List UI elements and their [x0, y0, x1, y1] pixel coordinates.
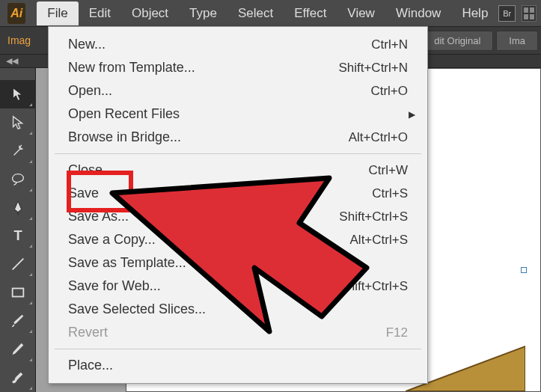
pencil-tool[interactable]	[0, 335, 36, 364]
menu-item-shortcut: Shift+Ctrl+S	[339, 209, 408, 224]
svg-rect-2	[13, 289, 24, 297]
svg-line-1	[13, 259, 24, 270]
blob-brush-tool[interactable]	[0, 364, 36, 392]
paintbrush-tool-icon	[10, 313, 26, 329]
menu-item-save-as-template[interactable]: Save as Template...	[49, 251, 427, 275]
lasso-tool-icon	[10, 171, 26, 188]
tools-panel: T	[0, 68, 36, 392]
menu-item-shortcut: Ctrl+W	[369, 163, 408, 178]
selection-handle[interactable]	[521, 267, 527, 273]
line-tool[interactable]	[0, 250, 36, 278]
menu-effect[interactable]: Effect	[284, 1, 337, 25]
pen-tool[interactable]	[0, 194, 36, 222]
menu-item-label: Browse in Bridge...	[68, 129, 349, 145]
menu-item-label: Revert	[68, 325, 386, 340]
selection-tool[interactable]	[0, 80, 36, 108]
menu-item-close[interactable]: CloseCtrl+W	[49, 159, 427, 182]
bridge-icon[interactable]: Br	[498, 5, 516, 22]
magic-wand-tool[interactable]	[0, 137, 36, 165]
file-menu-dropdown: New...Ctrl+NNew from Template...Shift+Ct…	[48, 26, 428, 384]
menu-file[interactable]: File	[37, 1, 78, 25]
menu-separator	[55, 349, 421, 349]
paintbrush-tool[interactable]	[0, 307, 36, 335]
menu-help[interactable]: Help	[451, 1, 498, 25]
menu-item-label: Place...	[68, 358, 408, 373]
rectangle-tool[interactable]	[0, 278, 36, 307]
menu-item-shortcut: Alt+Ctrl+S	[350, 233, 408, 248]
menu-item-label: Save a Copy...	[68, 232, 350, 248]
menu-item-label: Save	[68, 186, 372, 201]
menu-item-shortcut: Ctrl+O	[370, 84, 408, 99]
menu-item-open[interactable]: Open...Ctrl+O	[49, 79, 427, 102]
menu-item-save-as[interactable]: Save As...Shift+Ctrl+S	[49, 205, 427, 228]
menu-item-shortcut: Shift+Ctrl+N	[338, 61, 408, 76]
menubar: Ai File Edit Object Type Select Effect V…	[0, 0, 541, 26]
menu-item-place[interactable]: Place...	[49, 354, 427, 377]
menu-item-label: Save as Template...	[68, 255, 408, 271]
menu-separator	[55, 153, 421, 154]
edit-original-button[interactable]: dit Original	[421, 31, 493, 51]
type-tool[interactable]: T	[0, 222, 36, 251]
arrange-documents-icon[interactable]	[522, 5, 537, 22]
menu-object[interactable]: Object	[121, 1, 179, 25]
menu-item-save-selected-slices[interactable]: Save Selected Slices...	[49, 298, 427, 321]
menu-item-label: Open...	[68, 83, 370, 99]
submenu-arrow-icon: ▶	[409, 109, 415, 120]
menu-item-shortcut: Alt+Shift+Ctrl+S	[317, 279, 408, 294]
menu-edit[interactable]: Edit	[79, 1, 121, 25]
blob-brush-tool-icon	[10, 370, 26, 386]
menu-item-shortcut: Ctrl+S	[372, 186, 408, 201]
app-icon: Ai	[7, 3, 25, 24]
menu-type[interactable]: Type	[179, 1, 227, 25]
direct-selection-tool-icon	[10, 114, 26, 131]
menu-item-revert: RevertF12	[49, 321, 427, 344]
menu-item-new[interactable]: New...Ctrl+N	[49, 33, 427, 56]
svg-text:T: T	[13, 228, 22, 244]
image-trace-button[interactable]: Ima	[496, 31, 538, 51]
menu-item-label: Open Recent Files	[68, 106, 408, 122]
options-tab-label: Imag	[7, 34, 31, 46]
menu-item-shortcut: F12	[386, 325, 408, 340]
pen-tool-icon	[10, 200, 26, 216]
menu-item-open-recent-files[interactable]: Open Recent Files▶	[49, 102, 427, 126]
rectangle-tool-icon	[10, 284, 26, 301]
menu-view[interactable]: View	[337, 1, 385, 25]
line-tool-icon	[10, 256, 26, 272]
pencil-tool-icon	[10, 341, 26, 358]
menu-item-save[interactable]: SaveCtrl+S	[49, 182, 427, 205]
menu-select[interactable]: Select	[227, 1, 284, 25]
menu-item-label: Save As...	[68, 209, 339, 224]
selection-tool-icon	[10, 86, 26, 102]
menu-item-save-a-copy[interactable]: Save a Copy...Alt+Ctrl+S	[49, 228, 427, 251]
menu-item-label: Save Selected Slices...	[68, 301, 408, 317]
lasso-tool[interactable]	[0, 165, 36, 194]
menu-item-save-for-web[interactable]: Save for Web...Alt+Shift+Ctrl+S	[49, 275, 427, 298]
menu-window[interactable]: Window	[385, 1, 451, 25]
menu-item-label: Close	[68, 162, 369, 178]
magic-wand-tool-icon	[10, 143, 26, 159]
collapse-chevron-icon: ◀◀	[6, 56, 18, 66]
menu-item-label: New from Template...	[68, 60, 338, 76]
menu-item-shortcut: Ctrl+N	[371, 37, 408, 52]
menu-item-new-from-template[interactable]: New from Template...Shift+Ctrl+N	[49, 56, 427, 79]
menu-item-browse-in-bridge[interactable]: Browse in Bridge...Alt+Ctrl+O	[49, 126, 427, 149]
menu-item-shortcut: Alt+Ctrl+O	[349, 130, 408, 145]
menu-item-label: Save for Web...	[68, 278, 317, 294]
direct-selection-tool[interactable]	[0, 108, 36, 137]
type-tool-icon: T	[10, 227, 26, 244]
menu-item-label: New...	[68, 37, 371, 52]
